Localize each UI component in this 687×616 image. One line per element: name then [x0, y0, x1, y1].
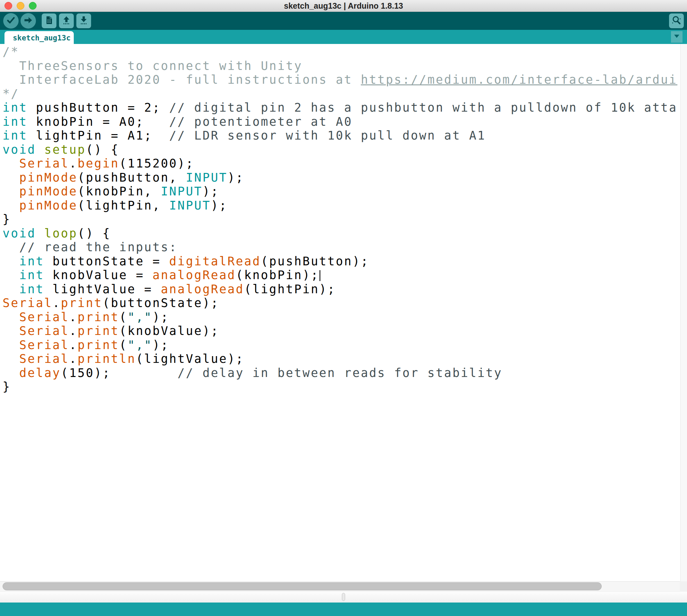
toolbar — [0, 12, 687, 30]
arrow-right-icon — [23, 15, 34, 27]
code-line: // read the inputs: — [3, 240, 687, 255]
code-line: int knobPin = A0; // potentiometer at A0 — [3, 115, 687, 129]
title-bar: sketch_aug13c | Arduino 1.8.13 — [0, 0, 687, 12]
arduino-ide-window: { "window": { "title": "sketch_aug13c | … — [0, 0, 687, 616]
code-line: */ — [3, 87, 687, 101]
code-line: InterfaceLab 2020 - full instructions at… — [3, 73, 687, 87]
tab-sketch[interactable]: sketch_aug13c — [4, 31, 74, 44]
tab-bar: sketch_aug13c — [0, 30, 687, 44]
code-line: int lightValue = analogRead(lightPin); — [3, 282, 687, 296]
tab-list-dropdown-button[interactable] — [671, 31, 683, 43]
scrollbar-corner — [680, 581, 687, 592]
code-line: /* — [3, 45, 687, 59]
save-button[interactable] — [76, 14, 91, 28]
code-line: pinMode(knobPin, INPUT); — [3, 184, 687, 199]
code-line: int pushButton = 2; // digital pin 2 has… — [3, 101, 687, 115]
verify-button[interactable] — [3, 13, 19, 28]
chevron-down-icon — [673, 34, 680, 40]
new-sketch-button[interactable] — [42, 14, 57, 28]
arrow-down-icon — [79, 15, 89, 27]
code-line: int lightPin = A1; // LDR sensor with 10… — [3, 129, 687, 143]
serial-monitor-button[interactable] — [669, 14, 684, 28]
code-area[interactable]: /* ThreeSensors to connect with Unity In… — [3, 45, 687, 394]
horizontal-scrollbar-thumb[interactable] — [3, 582, 602, 590]
code-line: delay(150); // delay in between reads fo… — [3, 366, 687, 380]
code-line: int knobValue = analogRead(knobPin); — [3, 268, 687, 282]
window-title: sketch_aug13c | Arduino 1.8.13 — [0, 0, 687, 12]
document-icon — [44, 15, 54, 27]
code-line: pinMode(lightPin, INPUT); — [3, 199, 687, 213]
horizontal-scrollbar[interactable] — [0, 581, 680, 592]
open-button[interactable] — [59, 14, 74, 28]
editor[interactable]: /* ThreeSensors to connect with Unity In… — [0, 44, 687, 581]
code-line: void setup() { — [3, 143, 687, 157]
code-line: } — [3, 213, 687, 226]
status-bar — [0, 602, 687, 616]
code-line: Serial.print(","); — [3, 338, 687, 352]
code-line: Serial.print(knobValue); — [3, 324, 687, 338]
code-line: pinMode(pushButton, INPUT); — [3, 171, 687, 185]
text-caret — [319, 270, 320, 281]
code-line: } — [3, 380, 687, 394]
vertical-scrollbar[interactable] — [680, 44, 687, 581]
check-icon — [5, 15, 16, 27]
code-line: Serial.println(lightValue); — [3, 352, 687, 366]
splitter-handle[interactable] — [342, 593, 345, 601]
code-line: Serial.print(","); — [3, 310, 687, 324]
code-line: Serial.print(buttonState); — [3, 296, 687, 310]
code-line: int buttonState = digitalRead(pushButton… — [3, 255, 687, 268]
code-line: ThreeSensors to connect with Unity — [3, 59, 687, 73]
code-line: Serial.begin(115200); — [3, 157, 687, 171]
magnifier-icon — [671, 15, 682, 27]
splitter[interactable] — [0, 592, 687, 602]
upload-button[interactable] — [21, 13, 36, 28]
tab-label: sketch_aug13c — [4, 31, 74, 45]
code-line: void loop() { — [3, 226, 687, 241]
arrow-up-icon — [61, 15, 71, 27]
